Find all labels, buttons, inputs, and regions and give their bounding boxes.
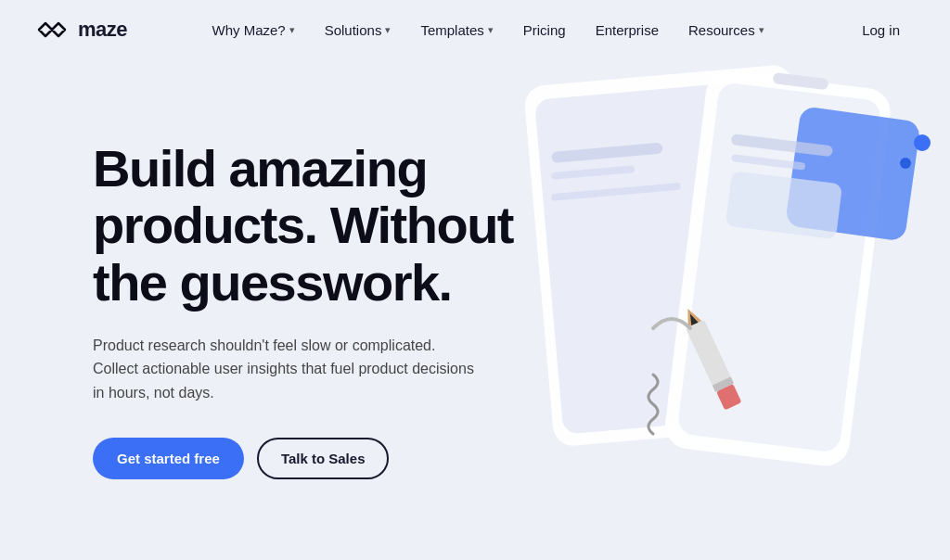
maze-logo-icon (37, 19, 71, 40)
nav-label-why-maze: Why Maze? (212, 22, 285, 38)
svg-point-6 (914, 134, 931, 151)
chevron-down-icon-templates: ▾ (488, 24, 494, 36)
navbar-right: Log in (849, 15, 913, 45)
login-button[interactable]: Log in (849, 15, 913, 45)
nav-item-enterprise[interactable]: Enterprise (583, 15, 672, 45)
nav-item-why-maze[interactable]: Why Maze? ▾ (199, 15, 307, 45)
hero-title-line2: products. Without (93, 196, 513, 254)
nav-item-solutions[interactable]: Solutions ▾ (312, 15, 404, 45)
navbar-left: maze (37, 18, 127, 42)
nav-label-resources: Resources (688, 22, 755, 38)
navbar-center: Why Maze? ▾ Solutions ▾ Templates ▾ Pric… (199, 15, 777, 45)
nav-item-templates[interactable]: Templates ▾ (407, 15, 506, 45)
hero-title: Build amazing products. Without the gues… (93, 140, 513, 312)
navbar: maze Why Maze? ▾ Solutions ▾ Templates ▾… (0, 0, 950, 59)
hero-subtitle: Product research shouldn't feel slow or … (93, 334, 482, 405)
talk-to-sales-button[interactable]: Talk to Sales (257, 438, 390, 479)
hero-title-line1: Build amazing (93, 139, 427, 197)
nav-label-solutions: Solutions (325, 22, 382, 38)
hero-title-line3: the guesswork. (93, 253, 452, 312)
nav-label-templates: Templates (420, 22, 483, 38)
chevron-down-icon-solutions: ▾ (385, 24, 391, 36)
hero-section: Build amazing products. Without the gues… (0, 59, 950, 560)
chevron-down-icon-resources: ▾ (759, 24, 764, 36)
nav-label-enterprise: Enterprise (596, 22, 659, 38)
hero-content: Build amazing products. Without the gues… (0, 59, 550, 560)
get-started-button[interactable]: Get started free (93, 438, 244, 479)
logo-text: maze (78, 18, 127, 42)
hero-buttons: Get started free Talk to Sales (93, 438, 513, 479)
nav-item-pricing[interactable]: Pricing (510, 15, 579, 45)
chevron-down-icon-why-maze: ▾ (289, 24, 295, 36)
svg-point-7 (900, 158, 911, 169)
nav-item-resources[interactable]: Resources ▾ (675, 15, 777, 45)
nav-label-pricing: Pricing (523, 22, 566, 38)
logo[interactable]: maze (37, 18, 127, 42)
